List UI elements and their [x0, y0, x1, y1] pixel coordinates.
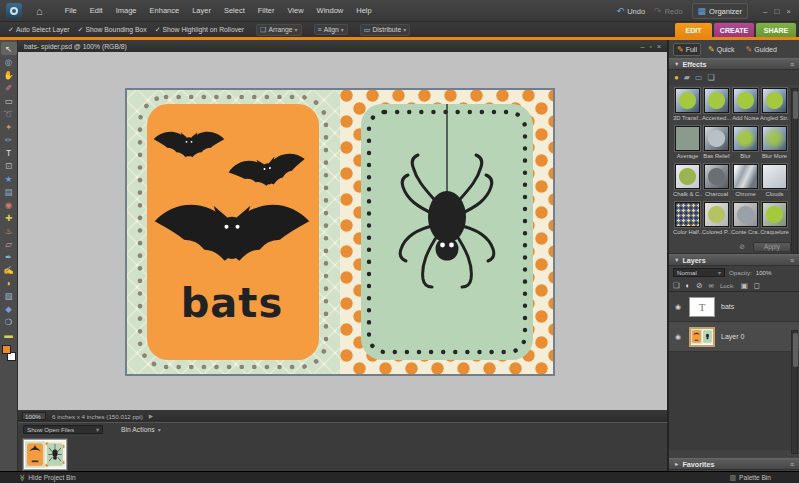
- auto-select-layer-checkbox[interactable]: ✓ Auto Select Layer: [8, 26, 70, 34]
- healing-brush-tool-icon[interactable]: ✚: [1, 211, 17, 224]
- zoom-tool-icon[interactable]: ◎: [1, 55, 17, 68]
- organizer-button[interactable]: ▦ Organizer: [692, 3, 748, 19]
- layer-row-layer0[interactable]: ◉ Layer 0: [669, 322, 799, 352]
- distribute-button[interactable]: ▭ Distribute ▾: [360, 24, 410, 36]
- smart-brush-tool-icon[interactable]: ✍: [1, 263, 17, 276]
- zoom-level-field[interactable]: 100%: [22, 412, 46, 420]
- effects-scrollbar-thumb[interactable]: [793, 91, 798, 119]
- palette-bin-button[interactable]: ▥ Palette Bin: [729, 474, 771, 482]
- bats-text-layer[interactable]: bats: [181, 280, 284, 326]
- effect-item[interactable]: Color Half...: [673, 202, 702, 240]
- blur-tool-icon[interactable]: ❍: [1, 315, 17, 328]
- text-layer-thumbnail[interactable]: T: [689, 297, 715, 317]
- eraser-tool-icon[interactable]: ▱: [1, 237, 17, 250]
- layers-scrollbar-thumb[interactable]: [793, 333, 798, 367]
- shape-tool-icon[interactable]: ◆: [1, 302, 17, 315]
- canvas-artwork[interactable]: bats: [126, 89, 554, 375]
- menu-select[interactable]: Select: [224, 6, 245, 15]
- status-options-icon[interactable]: ▶: [149, 413, 153, 419]
- hide-project-bin-button[interactable]: ≫ Hide Project Bin: [18, 474, 76, 482]
- image-layer-thumbnail[interactable]: [689, 327, 715, 347]
- delete-layer-icon[interactable]: ⊘: [696, 281, 702, 290]
- window-minimize-button[interactable]: –: [763, 7, 767, 16]
- eyedropper-tool-icon[interactable]: ✐: [1, 81, 17, 94]
- foreground-color-swatch[interactable]: [2, 345, 11, 354]
- all-effects-category-icon[interactable]: ❏: [708, 73, 715, 82]
- menu-edit[interactable]: Edit: [90, 6, 103, 15]
- home-icon[interactable]: ⌂: [36, 5, 43, 17]
- red-eye-tool-icon[interactable]: ◉: [1, 198, 17, 211]
- effect-item[interactable]: Conte Cra...: [731, 202, 760, 240]
- window-close-button[interactable]: ×: [786, 7, 791, 16]
- photo-effects-category-icon[interactable]: ▭: [695, 73, 703, 82]
- canvas-area[interactable]: bats: [18, 52, 667, 410]
- redo-button[interactable]: ↷ Redo: [654, 6, 682, 16]
- undo-button[interactable]: ↶ Undo: [617, 6, 645, 16]
- gradient-tool-icon[interactable]: ▧: [1, 289, 17, 302]
- opacity-value[interactable]: 100%: [756, 269, 772, 276]
- layer-visibility-eye-icon[interactable]: ◉: [673, 333, 683, 341]
- new-layer-icon[interactable]: ❏: [673, 281, 680, 290]
- adjustment-layer-icon[interactable]: ◐: [686, 281, 691, 290]
- menu-view[interactable]: View: [287, 6, 303, 15]
- menu-window[interactable]: Window: [317, 6, 344, 15]
- tab-share[interactable]: SHARE: [756, 23, 796, 37]
- brush-tool-icon[interactable]: ✒: [1, 250, 17, 263]
- tab-quick-edit[interactable]: ✎ Quick: [704, 43, 739, 56]
- tab-full-edit[interactable]: ✎ Full: [673, 43, 701, 56]
- clone-stamp-tool-icon[interactable]: ♨: [1, 224, 17, 237]
- link-layers-icon[interactable]: ∞: [709, 281, 714, 290]
- layer-visibility-eye-icon[interactable]: ◉: [673, 303, 683, 311]
- align-button[interactable]: ≡ Align ▾: [314, 24, 348, 35]
- menu-enhance[interactable]: Enhance: [150, 6, 180, 15]
- effect-item[interactable]: Clouds: [760, 164, 789, 202]
- tab-create[interactable]: CREATE: [714, 23, 754, 37]
- marquee-tool-icon[interactable]: ▭: [1, 94, 17, 107]
- panel-menu-icon[interactable]: ≡: [790, 61, 794, 68]
- layer-styles-category-icon[interactable]: ▰: [684, 73, 690, 82]
- arrange-button[interactable]: ❏ Arrange ▾: [256, 24, 301, 36]
- effects-panel-header[interactable]: ▼ Effects ≡: [669, 58, 799, 70]
- effect-item[interactable]: Blur: [731, 126, 760, 164]
- magic-wand-tool-icon[interactable]: ✦: [1, 120, 17, 133]
- layer-name[interactable]: bats: [721, 303, 734, 310]
- window-maximize-button[interactable]: □: [774, 7, 779, 16]
- panel-menu-icon[interactable]: ≡: [790, 257, 794, 264]
- selection-brush-tool-icon[interactable]: ✏: [1, 133, 17, 146]
- menu-filter[interactable]: Filter: [258, 6, 275, 15]
- show-highlight-checkbox[interactable]: ✓ Show Highlight on Rollover: [155, 26, 244, 34]
- menu-help[interactable]: Help: [356, 6, 371, 15]
- effect-item[interactable]: Angled Str...: [760, 88, 789, 126]
- cookie-cutter-tool-icon[interactable]: ★: [1, 172, 17, 185]
- menu-layer[interactable]: Layer: [192, 6, 211, 15]
- tab-guided-edit[interactable]: ✎ Guided: [742, 43, 781, 56]
- sponge-tool-icon[interactable]: ▬: [1, 328, 17, 341]
- doc-maximize-button[interactable]: ▫: [649, 43, 651, 50]
- effect-item[interactable]: Charcoal: [702, 164, 731, 202]
- effect-item[interactable]: Add Noise: [731, 88, 760, 126]
- effect-item[interactable]: Accented...: [702, 88, 731, 126]
- filters-category-icon[interactable]: ●: [674, 73, 679, 82]
- apply-effect-button[interactable]: Apply: [753, 242, 791, 252]
- menu-file[interactable]: File: [65, 6, 77, 15]
- open-file-thumbnail[interactable]: [23, 439, 67, 470]
- effect-item[interactable]: Bas Relief: [702, 126, 731, 164]
- blend-mode-select[interactable]: Normal ▾: [673, 268, 725, 277]
- effect-item[interactable]: Average: [673, 126, 702, 164]
- bin-actions-menu[interactable]: Bin Actions ▾: [121, 426, 161, 433]
- layer-name[interactable]: Layer 0: [721, 333, 744, 340]
- show-bounding-box-checkbox[interactable]: ✓ Show Bounding Box: [78, 26, 147, 34]
- lock-all-icon[interactable]: ▣: [741, 281, 748, 290]
- lock-transparent-icon[interactable]: ◻: [754, 281, 760, 290]
- delete-effect-icon[interactable]: ⊘: [739, 243, 745, 251]
- crop-tool-icon[interactable]: ⊡: [1, 159, 17, 172]
- effects-scrollbar[interactable]: [791, 88, 798, 254]
- doc-minimize-button[interactable]: –: [641, 43, 645, 50]
- effect-item[interactable]: 3D Transf...: [673, 88, 702, 126]
- tab-edit[interactable]: EDIT: [675, 23, 712, 37]
- effect-item[interactable]: Chrome: [731, 164, 760, 202]
- effect-item[interactable]: Chalk & C...: [673, 164, 702, 202]
- hand-tool-icon[interactable]: ✋: [1, 68, 17, 81]
- effect-item[interactable]: Blur More: [760, 126, 789, 164]
- doc-close-button[interactable]: ×: [657, 43, 661, 50]
